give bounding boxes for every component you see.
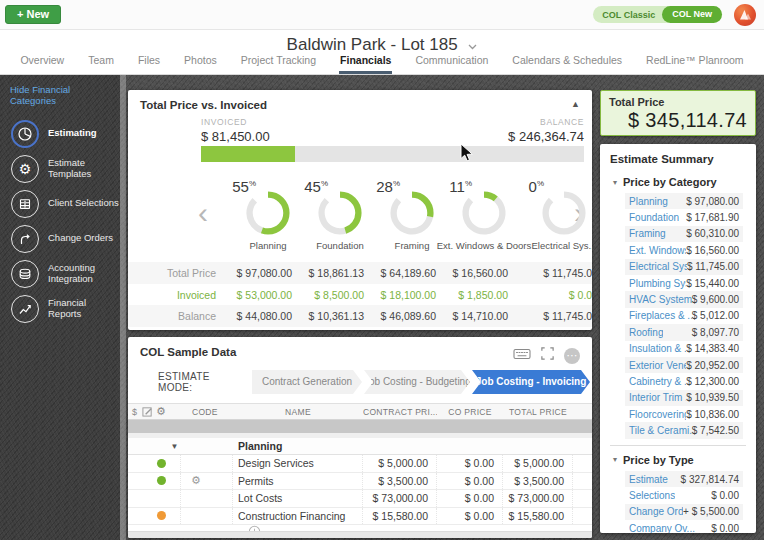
sidebar-item-accounting-integration[interactable]: Accounting Integration [0,256,120,291]
balance-value: $ 246,364.74 [508,129,584,144]
contract-price: $ 3,500.00 [363,473,437,490]
tab-overview[interactable]: Overview [19,54,65,74]
keyboard-icon[interactable] [513,347,531,365]
coins-icon [11,260,39,288]
tab-photos[interactable]: Photos [183,54,218,74]
tab-files[interactable]: Files [137,54,161,74]
carousel-prev-icon[interactable]: ‹ [198,198,208,228]
tab-communication[interactable]: Communication [414,54,489,74]
comparison-row-balance: Balance$ 44,080.00$ 10,361.13$ 46,089.60… [128,305,592,327]
summary-item-link[interactable]: Fireplaces & ... [629,310,692,321]
column-header-name[interactable]: NAME [233,407,363,417]
tab-project-tracking[interactable]: Project Tracking [240,54,317,74]
flame-logo-icon[interactable] [734,4,756,26]
summary-item-link[interactable]: Ext. Windows... [629,245,686,256]
code-cell [181,455,233,472]
tab-redline-planroom[interactable]: RedLine™ Planroom [645,54,744,74]
tab-bar: OverviewTeamFilesPhotosProject TrackingF… [0,54,764,74]
table-scroll-band[interactable] [128,420,592,433]
column-header-total-price[interactable]: TOTAL PRICE [503,407,573,417]
sidebar-item-change-orders[interactable]: Change Orders [0,221,120,256]
item-name: Permits [233,473,363,490]
more-options-icon[interactable]: ⋯ [564,348,580,364]
settings-column-icon[interactable]: ⚙ [154,404,168,419]
summary-item-link[interactable]: Foundation [629,212,679,223]
summary-row-cabinetry: Cabinetry & ...$ 12,300.00 [625,373,743,389]
edit-column-icon[interactable] [141,404,154,419]
summary-item-link[interactable]: HVAC System [629,294,692,305]
summary-item-link[interactable]: Exterior Vene... [629,360,686,371]
horizontal-scrollbar[interactable] [128,531,592,538]
summary-item-link[interactable]: Change Orders [629,506,683,517]
group-row-planning[interactable]: ▼Planning [128,438,592,455]
comparison-value: $ 8,500.00 [302,289,374,301]
section-collapse-caret[interactable]: ▾ [613,455,617,464]
co-price: $ 0.00 [437,455,503,472]
summary-item-link[interactable]: Selections [629,490,675,501]
summary-item-link[interactable]: Floorcovering [629,409,686,420]
new-button[interactable]: + New [5,5,61,24]
summary-item-link[interactable]: Roofing [629,327,663,338]
summary-item-link[interactable]: Tile & Cerami... [629,425,692,436]
balance-label: BALANCE [508,117,584,127]
summary-item-value: $ 10,836.00 [686,409,739,420]
summary-item-link[interactable]: Electrical Sys... [629,261,687,272]
summary-item-link[interactable]: Interior Trim ... [629,392,686,403]
summary-item-link[interactable]: Estimate [629,474,668,485]
sidebar-item-label: Financial Reports [48,298,120,319]
column-header-contract-pri[interactable]: CONTRACT PRI... [363,407,437,417]
summary-item-link[interactable]: Insulation & ... [629,343,686,354]
item-name: Design Services [233,455,363,472]
sidebar-item-financial-reports[interactable]: Financial Reports [0,291,120,326]
row-gear-icon[interactable]: ⚙ [181,474,201,487]
estimate-mode-step-job-costing-invoicing[interactable]: Job Costing - Invoicing [472,370,590,394]
sidebar-item-estimate-templates[interactable]: ⚙Estimate Templates [0,151,120,186]
section-rows: Estimate$ 327,814.74Selections$ 0.00Chan… [625,471,743,533]
section-collapse-caret[interactable]: ▾ [613,178,617,187]
summary-row-foundation: Foundation$ 17,681.90 [625,209,743,225]
sidebar-item-client-selections[interactable]: Client Selections [0,186,120,221]
collapse-panel-icon[interactable]: ▲ [571,99,580,109]
estimate-mode-step-contract-generation[interactable]: Contract Generation [252,370,362,394]
summary-item-link[interactable]: Planning [629,196,668,207]
total-price: $ 73,000.00 [503,490,573,507]
status-dot [154,455,168,472]
branch-arrow-icon [11,225,39,253]
total-price: $ 15,580.00 [503,508,573,525]
summary-row-ext-windows: Ext. Windows...$ 16,560.00 [625,242,743,258]
table-row-design-services[interactable]: Design Services$ 5,000.00$ 0.00$ 5,000.0… [128,455,592,473]
table-row-construction-financing[interactable]: Construction Financing$ 15,580.00$ 0.00$… [128,508,592,526]
column-header-code[interactable]: CODE [181,407,233,417]
total-price-box: Total Price $ 345,114.74 [600,90,756,136]
tab-team[interactable]: Team [87,54,115,74]
tab-calendars-schedules[interactable]: Calendars & Schedules [511,54,623,74]
toggle-option-new[interactable]: COL New [662,6,722,23]
comparison-value: $ 16,560.00 [446,267,518,279]
summary-item-value: $ 14,383.40 [686,343,739,354]
project-dropdown-chevron-icon[interactable] [468,35,477,55]
hide-financial-categories-link[interactable]: Hide Financial Categories [0,75,120,110]
summary-item-link[interactable]: Framing [629,228,666,239]
tab-financials[interactable]: Financials [339,54,392,74]
estimate-mode-step-job-costing-budgeting[interactable]: Job Costing - Budgeting [364,370,470,394]
column-header-co-price[interactable]: CO PRICE [437,407,503,417]
section-header-price-by-type[interactable]: ▾Price by Type [600,448,756,470]
content-scrollbar[interactable] [120,75,126,540]
group-collapse-caret[interactable]: ▼ [168,442,181,451]
summary-item-link[interactable]: Plumbing Sys... [629,278,686,289]
price-column-icon[interactable]: $ [128,404,141,419]
summary-item-link[interactable]: Company Ov... [629,523,695,533]
fullscreen-icon[interactable] [540,346,555,365]
donut-chart [461,190,507,236]
category-comparison-table: Total Price$ 97,080.00$ 18,861.13$ 64,18… [128,262,592,327]
summary-item-link[interactable]: Cabinetry & ... [629,376,686,387]
table-row-permits[interactable]: ⚙Permits$ 3,500.00$ 0.00$ 3,500.00 [128,473,592,491]
toggle-option-classic[interactable]: COL Classic [602,10,655,20]
sidebar-item-estimating[interactable]: Estimating [0,116,120,151]
comparison-value: $ 46,089.60 [374,310,446,322]
estimate-summary-panel: Estimate Summary ▾Price by CategoryPlann… [600,144,756,533]
section-header-price-by-category[interactable]: ▾Price by Category [600,170,756,192]
comparison-value: $ 11,745.00 [518,310,592,322]
table-row-lot-costs[interactable]: Lot Costs$ 73,000.00$ 0.00$ 73,000.00 [128,490,592,508]
col-view-toggle[interactable]: COL Classic COL New [593,6,722,23]
